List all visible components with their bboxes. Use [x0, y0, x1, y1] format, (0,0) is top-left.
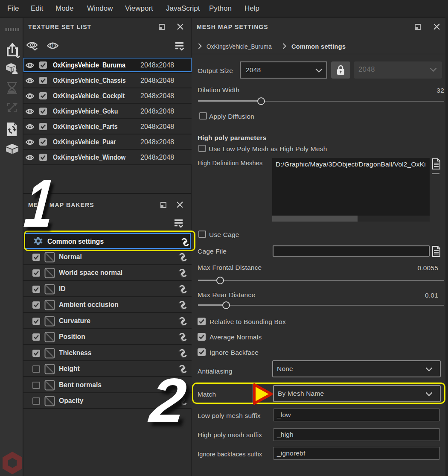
svg-text:1: 1	[51, 43, 54, 49]
